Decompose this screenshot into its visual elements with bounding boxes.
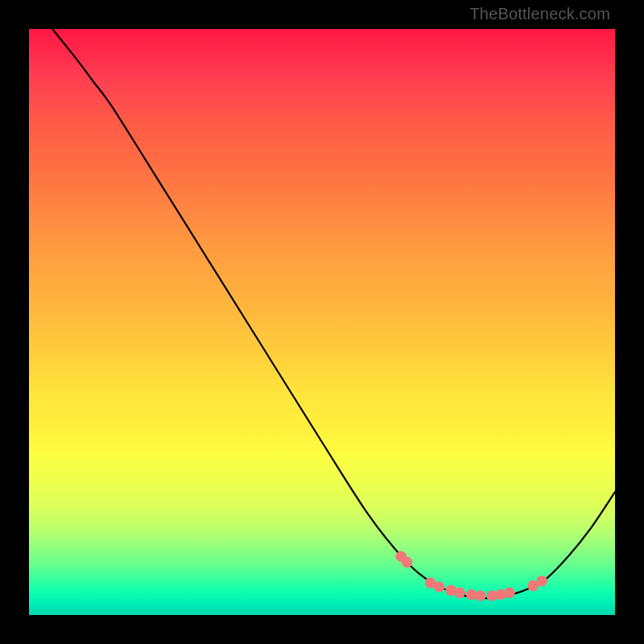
watermark-text: TheBottleneck.com: [469, 5, 610, 23]
chart-container: TheBottleneck.com: [0, 0, 644, 644]
data-dot: [402, 557, 413, 568]
data-dot: [475, 590, 486, 601]
data-dot: [434, 581, 445, 592]
plot-area: [29, 29, 615, 615]
curve-line: [52, 29, 615, 598]
dot-group: [395, 551, 547, 601]
data-dot: [454, 588, 465, 599]
data-dot: [536, 576, 547, 587]
curve-layer: [29, 29, 615, 615]
data-dot: [504, 588, 515, 599]
